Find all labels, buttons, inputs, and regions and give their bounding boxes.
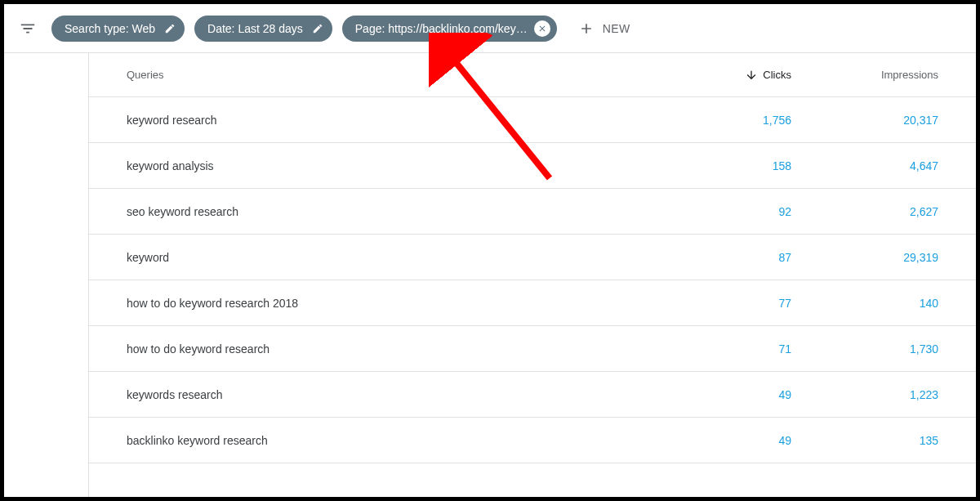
clicks-cell: 87 [677, 251, 791, 264]
impressions-cell: 1,223 [791, 388, 938, 401]
clicks-cell: 49 [677, 434, 791, 447]
query-cell: keyword research [127, 114, 677, 127]
table-row[interactable]: keyword analysis 158 4,647 [89, 143, 976, 189]
sidebar-left [4, 53, 89, 497]
chip-search-type[interactable]: Search type: Web [51, 16, 185, 42]
impressions-cell: 140 [791, 297, 938, 310]
clicks-cell: 71 [677, 342, 791, 356]
clicks-cell: 49 [677, 388, 791, 401]
impressions-cell: 20,317 [791, 114, 938, 127]
chip-label: Date: Last 28 days [207, 22, 303, 35]
table-row[interactable]: keywords research 49 1,223 [89, 372, 976, 418]
arrow-down-icon [745, 69, 758, 82]
query-cell: seo keyword research [127, 205, 677, 218]
queries-table: Queries Clicks Impressions keyword resea… [89, 53, 976, 463]
filter-list-icon[interactable] [19, 20, 37, 38]
pencil-icon[interactable] [310, 20, 326, 37]
chip-page[interactable]: Page: https://backlinko.com/key… [342, 16, 557, 42]
close-icon[interactable] [534, 20, 550, 37]
table-row[interactable]: how to do keyword research 71 1,730 [89, 326, 976, 372]
header-clicks[interactable]: Clicks [677, 69, 791, 82]
table-header: Queries Clicks Impressions [89, 53, 976, 97]
clicks-cell: 158 [677, 159, 791, 172]
table-row[interactable]: seo keyword research 92 2,627 [89, 189, 976, 235]
impressions-cell: 1,730 [791, 342, 938, 356]
impressions-cell: 2,627 [791, 205, 938, 218]
query-cell: how to do keyword research 2018 [127, 297, 677, 310]
table-row[interactable]: keyword research 1,756 20,317 [89, 97, 976, 143]
header-impressions[interactable]: Impressions [791, 69, 938, 81]
clicks-cell: 92 [677, 205, 791, 218]
clicks-cell: 1,756 [677, 114, 791, 127]
header-queries[interactable]: Queries [127, 69, 677, 81]
query-cell: keyword [127, 251, 677, 264]
query-cell: backlinko keyword research [127, 434, 677, 447]
plus-icon [578, 20, 595, 37]
impressions-cell: 29,319 [791, 251, 938, 264]
query-cell: keywords research [127, 388, 677, 401]
pencil-icon[interactable] [162, 20, 178, 37]
chip-label: Search type: Web [65, 22, 155, 35]
impressions-cell: 4,647 [791, 159, 938, 172]
table-row[interactable]: keyword 87 29,319 [89, 235, 976, 280]
new-filter-button[interactable]: NEW [578, 20, 630, 37]
table-row[interactable]: backlinko keyword research 49 135 [89, 418, 976, 463]
new-label: NEW [603, 22, 630, 35]
query-cell: keyword analysis [127, 159, 677, 172]
chip-label: Page: https://backlinko.com/key… [355, 22, 528, 35]
clicks-cell: 77 [677, 297, 791, 310]
impressions-cell: 135 [791, 434, 938, 447]
filter-bar: Search type: Web Date: Last 28 days Page… [4, 4, 976, 53]
table-row[interactable]: how to do keyword research 2018 77 140 [89, 280, 976, 326]
chip-date[interactable]: Date: Last 28 days [194, 16, 332, 42]
query-cell: how to do keyword research [127, 342, 677, 356]
